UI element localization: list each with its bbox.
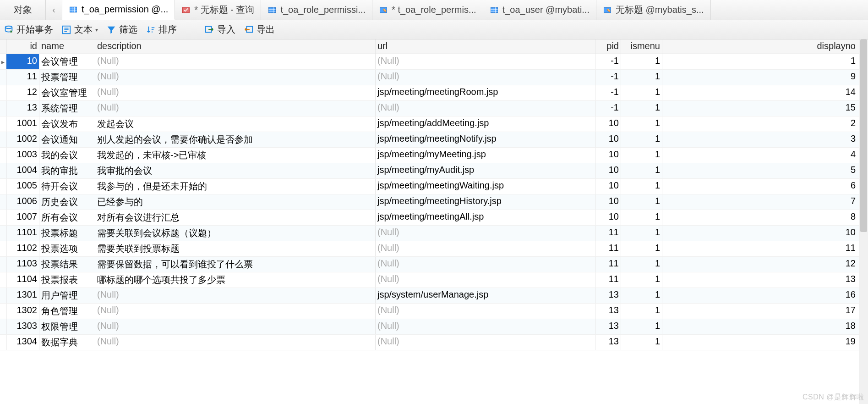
cell-description[interactable]: (Null) xyxy=(95,101,376,116)
table-row[interactable]: 1005待开会议我参与的，但是还未开始的jsp/meeting/meetingW… xyxy=(0,179,868,194)
table-row[interactable]: 1303权限管理(Null)(Null)13118 xyxy=(0,319,868,335)
tab-5[interactable]: 无标题 @mybatis_s... xyxy=(596,0,711,20)
cell-displayno[interactable]: 18 xyxy=(662,319,868,334)
cell-ismenu[interactable]: 1 xyxy=(621,179,662,194)
cell-pid[interactable]: 13 xyxy=(595,304,621,319)
cell-name[interactable]: 所有会议 xyxy=(39,210,95,225)
cell-description[interactable]: 对所有会议进行汇总 xyxy=(95,210,376,225)
cell-ismenu[interactable]: 1 xyxy=(621,210,662,225)
sort-button[interactable]: 排序 xyxy=(146,23,177,36)
col-header-displayno[interactable]: displayno xyxy=(662,39,868,54)
cell-id[interactable]: 1004 xyxy=(6,163,39,178)
cell-url[interactable]: (Null) xyxy=(376,272,595,288)
cell-pid[interactable]: 10 xyxy=(595,148,621,163)
cell-description[interactable]: 我审批的会议 xyxy=(95,163,376,178)
table-row[interactable]: 1302角色管理(Null)(Null)13117 xyxy=(0,304,868,319)
cell-id[interactable]: 13 xyxy=(6,101,39,116)
cell-displayno[interactable]: 14 xyxy=(662,85,868,100)
cell-description[interactable]: 需要关联到会议标题（议题） xyxy=(95,226,376,241)
table-row[interactable]: 12会议室管理(Null)jsp/meeting/meetingRoom.jsp… xyxy=(0,85,868,101)
cell-id[interactable]: 1303 xyxy=(6,319,39,334)
cell-url[interactable]: (Null) xyxy=(376,241,595,256)
scrollbar-thumb[interactable] xyxy=(860,39,867,232)
cell-description[interactable]: 发起会议 xyxy=(95,116,376,132)
cell-displayno[interactable]: 7 xyxy=(662,194,868,210)
cell-pid[interactable]: 11 xyxy=(595,272,621,288)
cell-displayno[interactable]: 17 xyxy=(662,304,868,319)
cell-url[interactable]: (Null) xyxy=(376,226,595,241)
cell-description[interactable]: (Null) xyxy=(95,319,376,334)
cell-ismenu[interactable]: 1 xyxy=(621,257,662,272)
cell-pid[interactable]: 10 xyxy=(595,194,621,210)
cell-name[interactable]: 权限管理 xyxy=(39,319,95,334)
cell-name[interactable]: 角色管理 xyxy=(39,304,95,319)
cell-id[interactable]: 1103 xyxy=(6,257,39,272)
cell-displayno[interactable]: 4 xyxy=(662,148,868,163)
cell-url[interactable]: jsp/meeting/meetingRoom.jsp xyxy=(376,85,595,100)
cell-pid[interactable]: 10 xyxy=(595,163,621,178)
tab-4[interactable]: t_oa_user @mybati... xyxy=(483,0,596,20)
col-header-ismenu[interactable]: ismenu xyxy=(621,39,662,54)
cell-ismenu[interactable]: 1 xyxy=(621,54,662,69)
cell-url[interactable]: jsp/system/userManage.jsp xyxy=(376,288,595,303)
cell-id[interactable]: 11 xyxy=(6,70,39,85)
table-row[interactable]: 1101投票标题需要关联到会议标题（议题）(Null)11110 xyxy=(0,226,868,241)
cell-ismenu[interactable]: 1 xyxy=(621,85,662,100)
cell-url[interactable]: (Null) xyxy=(376,257,595,272)
cell-description[interactable]: (Null) xyxy=(95,335,376,350)
cell-description[interactable]: 需要关联到投票标题 xyxy=(95,241,376,256)
cell-name[interactable]: 投票标题 xyxy=(39,226,95,241)
cell-pid[interactable]: 10 xyxy=(595,210,621,225)
cell-ismenu[interactable]: 1 xyxy=(621,241,662,256)
cell-description[interactable]: 我参与的，但是还未开始的 xyxy=(95,179,376,194)
cell-name[interactable]: 待开会议 xyxy=(39,179,95,194)
cell-ismenu[interactable]: 1 xyxy=(621,101,662,116)
cell-url[interactable]: (Null) xyxy=(376,335,595,350)
cell-url[interactable]: jsp/meeting/meetingNotify.jsp xyxy=(376,132,595,147)
cell-displayno[interactable]: 8 xyxy=(662,210,868,225)
cell-displayno[interactable]: 1 xyxy=(662,54,868,69)
cell-ismenu[interactable]: 1 xyxy=(621,132,662,147)
cell-ismenu[interactable]: 1 xyxy=(621,116,662,132)
cell-name[interactable]: 系统管理 xyxy=(39,101,95,116)
cell-pid[interactable]: 11 xyxy=(595,257,621,272)
cell-description[interactable]: (Null) xyxy=(95,85,376,100)
cell-description[interactable]: 需要保留数据，可以看到谁投了什么票 xyxy=(95,257,376,272)
cell-name[interactable]: 我的会议 xyxy=(39,148,95,163)
cell-pid[interactable]: 13 xyxy=(595,288,621,303)
table-row[interactable]: 1007所有会议对所有会议进行汇总jsp/meeting/meetingAll.… xyxy=(0,210,868,226)
col-header-pid[interactable]: pid xyxy=(595,39,621,54)
cell-description[interactable]: 哪标题的哪个选项共投了多少票 xyxy=(95,272,376,288)
cell-ismenu[interactable]: 1 xyxy=(621,226,662,241)
cell-id[interactable]: 1005 xyxy=(6,179,39,194)
vertical-scrollbar[interactable] xyxy=(859,39,868,404)
cell-pid[interactable]: -1 xyxy=(595,54,621,69)
cell-id[interactable]: 1002 xyxy=(6,132,39,147)
cell-description[interactable]: (Null) xyxy=(95,70,376,85)
cell-id[interactable]: 1001 xyxy=(6,116,39,132)
cell-ismenu[interactable]: 1 xyxy=(621,319,662,334)
cell-ismenu[interactable]: 1 xyxy=(621,288,662,303)
cell-name[interactable]: 会议管理 xyxy=(39,54,95,69)
table-row[interactable]: 1103投票结果需要保留数据，可以看到谁投了什么票(Null)11112 xyxy=(0,257,868,272)
cell-displayno[interactable]: 10 xyxy=(662,226,868,241)
cell-displayno[interactable]: 2 xyxy=(662,116,868,132)
cell-pid[interactable]: -1 xyxy=(595,101,621,116)
cell-displayno[interactable]: 3 xyxy=(662,132,868,147)
cell-id[interactable]: 1102 xyxy=(6,241,39,256)
cell-id[interactable]: 12 xyxy=(6,85,39,100)
table-row[interactable]: 1006历史会议已经参与的jsp/meeting/meetingHistory.… xyxy=(0,194,868,210)
table-row[interactable]: 1301用户管理(Null)jsp/system/userManage.jsp1… xyxy=(0,288,868,304)
cell-id[interactable]: 10 xyxy=(6,54,39,69)
cell-description[interactable]: (Null) xyxy=(95,304,376,319)
cell-url[interactable]: (Null) xyxy=(376,101,595,116)
table-row[interactable]: 1001会议发布发起会议jsp/meeting/addMeeting.jsp10… xyxy=(0,116,868,132)
cell-ismenu[interactable]: 1 xyxy=(621,335,662,350)
col-header-url[interactable]: url xyxy=(376,39,595,54)
tab-0[interactable]: t_oa_permission @... xyxy=(62,0,175,20)
cell-url[interactable]: jsp/meeting/myAudit.jsp xyxy=(376,163,595,178)
object-panel-label[interactable]: 对象 xyxy=(0,0,46,20)
cell-description[interactable]: (Null) xyxy=(95,288,376,303)
table-row[interactable]: 1304数据字典(Null)(Null)13119 xyxy=(0,335,868,350)
table-row[interactable]: 1104投票报表哪标题的哪个选项共投了多少票(Null)11113 xyxy=(0,272,868,288)
